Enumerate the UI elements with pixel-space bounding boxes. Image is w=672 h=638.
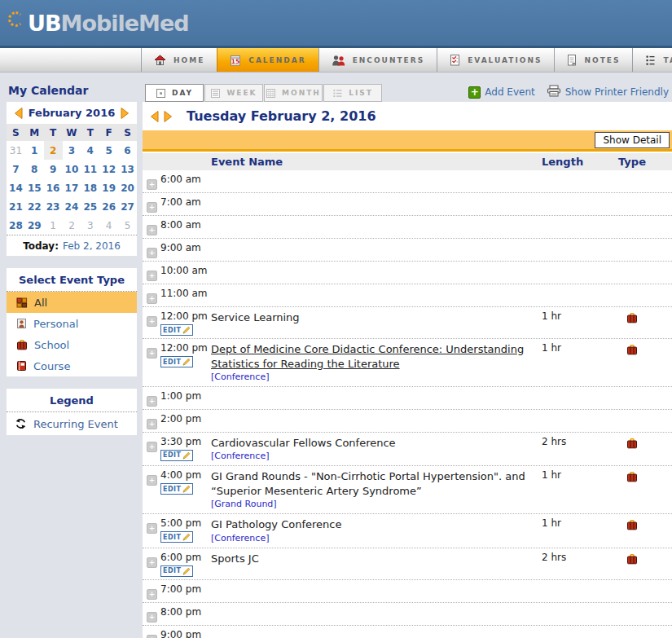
edit-event-button[interactable]: EDIT — [160, 356, 193, 367]
weekday-header: M — [25, 124, 44, 141]
expand-row-icon[interactable]: + — [147, 316, 157, 327]
calendar-day[interactable]: 5 — [118, 216, 137, 235]
printer-friendly-button[interactable]: Show Printer Friendly — [547, 85, 669, 99]
expand-row-icon[interactable]: + — [147, 557, 157, 568]
event-type-school[interactable]: School — [7, 334, 137, 355]
event-title-link[interactable]: Dept of Medicine Core Didactic Conferenc… — [211, 342, 530, 371]
nav-tab-evaluations[interactable]: Evaluations — [437, 48, 554, 72]
calendar-day[interactable]: 17 — [63, 178, 81, 197]
calendar-day[interactable]: 9 — [44, 160, 63, 178]
prev-month-button[interactable] — [13, 107, 24, 120]
prev-day-button[interactable] — [149, 110, 160, 123]
event-type-cell — [608, 390, 656, 407]
expand-row-icon[interactable]: + — [147, 271, 157, 281]
event-type-course[interactable]: Course — [7, 355, 137, 376]
nav-tab-notes[interactable]: Notes — [554, 48, 632, 72]
calendar-day[interactable]: 3 — [63, 141, 81, 160]
expand-row-icon[interactable]: + — [147, 293, 157, 304]
calendar-day[interactable]: 14 — [7, 178, 25, 197]
calendar-day[interactable]: 16 — [44, 178, 63, 197]
calendar-day[interactable]: 7 — [7, 160, 25, 178]
event-length — [537, 174, 608, 190]
view-tab-month[interactable]: Month — [264, 84, 323, 102]
calendar-day[interactable]: 20 — [118, 178, 137, 197]
expand-row-icon[interactable]: + — [147, 396, 157, 407]
time-slot-label: 12:00 pm — [160, 342, 211, 354]
expand-row-icon[interactable]: + — [147, 523, 157, 534]
event-type-personal[interactable]: Personal — [7, 313, 137, 334]
sidebar-title: My Calendar — [8, 84, 137, 97]
expand-row-icon[interactable]: + — [147, 612, 157, 623]
calendar-day[interactable]: 2 — [63, 216, 81, 235]
today-value[interactable]: Feb 2, 2016 — [63, 240, 121, 252]
expand-row-icon[interactable]: + — [147, 589, 157, 600]
calendar-day[interactable]: 27 — [118, 197, 137, 216]
next-month-button[interactable] — [120, 107, 130, 120]
calendar-day[interactable]: 11 — [81, 160, 99, 178]
view-tab-list[interactable]: List — [323, 84, 382, 102]
view-tab-day[interactable]: Day — [145, 84, 204, 102]
time-slot-label: 6:00 pm — [160, 552, 211, 563]
date-navigation: Tuesday February 2, 2016 — [143, 102, 672, 130]
calendar-day[interactable]: 4 — [81, 141, 99, 160]
expand-row-icon[interactable]: + — [147, 419, 157, 429]
time-slot-label: 8:00 pm — [160, 606, 211, 618]
event-type-label: School — [34, 339, 69, 351]
calendar-day[interactable]: 4 — [99, 216, 118, 235]
calendar-day[interactable]: 19 — [99, 178, 118, 197]
nav-tab-encounters[interactable]: Encounters — [318, 48, 437, 72]
calendar-day[interactable]: 31 — [7, 141, 25, 160]
expand-row-icon[interactable]: + — [147, 442, 157, 452]
calendar-day[interactable]: 6 — [118, 141, 137, 160]
calendar-day[interactable]: 21 — [7, 197, 25, 216]
event-type-all[interactable]: All — [7, 292, 137, 313]
course-icon — [16, 360, 27, 372]
expand-row-icon[interactable]: + — [147, 348, 157, 359]
nav-tab-home[interactable]: Home — [141, 48, 217, 72]
expand-row-icon[interactable]: + — [147, 475, 157, 486]
edit-event-button[interactable]: EDIT — [160, 483, 193, 495]
calendar-day[interactable]: 3 — [81, 216, 99, 235]
nav-tab-tasks[interactable]: Tasks — [632, 48, 672, 72]
event-type-cell — [608, 265, 656, 281]
calendar-day[interactable]: 12 — [99, 160, 118, 178]
view-tab-week[interactable]: Week — [204, 84, 263, 102]
event-length — [537, 629, 608, 638]
expand-row-icon[interactable]: + — [147, 635, 157, 638]
expand-row-icon[interactable]: + — [147, 248, 157, 258]
calendar-day[interactable]: 23 — [44, 197, 63, 216]
calendar-day[interactable]: 1 — [25, 141, 44, 160]
next-day-button[interactable] — [163, 110, 173, 123]
edit-event-button[interactable]: EDIT — [160, 565, 193, 577]
calendar-day[interactable]: 22 — [25, 197, 44, 216]
event-type-label: All — [34, 297, 47, 309]
expand-row-icon[interactable]: + — [147, 202, 157, 213]
event-length — [537, 265, 608, 281]
calendar-day[interactable]: 1 — [44, 216, 63, 235]
edit-event-button[interactable]: EDIT — [160, 450, 193, 461]
event-length — [537, 390, 608, 407]
time-slot-label: 9:00 am — [160, 242, 211, 253]
calendar-day[interactable]: 10 — [63, 160, 81, 178]
calendar-day[interactable]: 26 — [99, 197, 118, 216]
edit-event-button[interactable]: EDIT — [160, 531, 193, 543]
calendar-day[interactable]: 5 — [99, 141, 118, 160]
calendar-day[interactable]: 25 — [81, 197, 99, 216]
add-event-button[interactable]: + Add Event — [468, 86, 534, 99]
calendar-day[interactable]: 24 — [63, 197, 81, 216]
calendar-day[interactable]: 15 — [25, 178, 44, 197]
expand-row-icon[interactable]: + — [147, 225, 157, 235]
nav-tab-calendar[interactable]: 15Calendar — [217, 48, 318, 72]
edit-event-button[interactable]: EDIT — [160, 324, 193, 336]
calendar-day[interactable]: 8 — [25, 160, 44, 178]
event-type-cell — [608, 469, 656, 511]
mini-calendar-header: February 2016 — [7, 102, 137, 124]
edit-pencil-icon — [182, 358, 191, 366]
calendar-day[interactable]: 28 — [7, 216, 25, 235]
expand-row-icon[interactable]: + — [147, 179, 157, 190]
calendar-day[interactable]: 18 — [81, 178, 99, 197]
calendar-day[interactable]: 29 — [25, 216, 44, 235]
calendar-day-today[interactable]: 2 — [44, 141, 63, 160]
show-detail-button[interactable]: Show Detail — [595, 132, 670, 148]
calendar-day[interactable]: 13 — [118, 160, 137, 178]
